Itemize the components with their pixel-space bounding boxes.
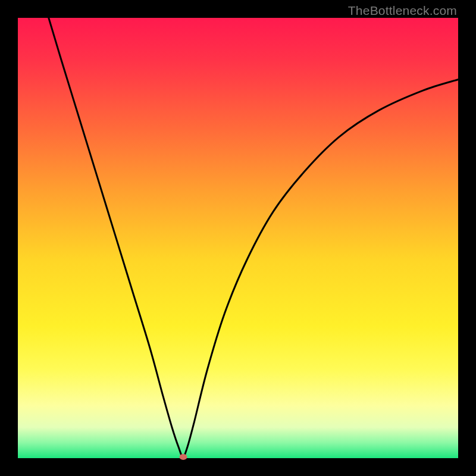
minimum-marker-icon — [179, 454, 187, 460]
curve-layer — [18, 18, 458, 458]
watermark-text: TheBottleneck.com — [348, 4, 457, 18]
bottleneck-curve — [49, 18, 458, 457]
plot-area — [18, 18, 458, 458]
chart-container: TheBottleneck.com — [0, 0, 476, 476]
